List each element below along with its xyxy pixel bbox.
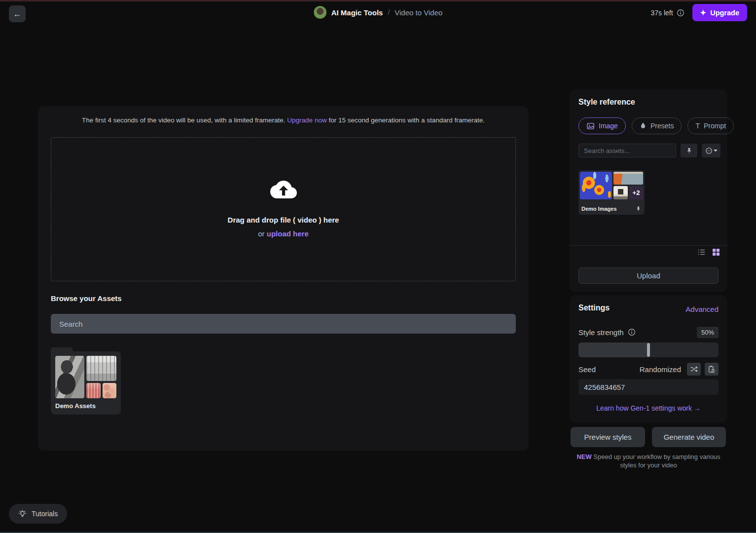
back-arrow-icon: ← [13, 9, 22, 19]
upgrade-label: Upgrade [710, 9, 739, 17]
preview-styles-button[interactable]: Preview styles [571, 427, 645, 447]
learn-settings-link[interactable]: Learn how Gen-1 settings work → [570, 404, 727, 412]
divider [570, 245, 727, 246]
asset-thumbnail [86, 356, 116, 381]
settings-title: Settings [578, 304, 610, 312]
tab-presets[interactable]: Presets [632, 117, 682, 134]
clipboard-icon [708, 366, 715, 373]
header-right: 37s left ✦ Upgrade [650, 4, 747, 21]
droplet-icon [640, 122, 647, 130]
text-icon: T [695, 122, 700, 130]
dropzone-subtitle: or upload here [258, 229, 309, 238]
asset-thumbnail [55, 356, 84, 398]
top-accent-line [0, 0, 756, 1]
seed-input[interactable] [578, 379, 719, 395]
main-panel: The first 4 seconds of the video will be… [38, 106, 529, 451]
shuffle-icon [690, 366, 698, 372]
tab-label: Presets [650, 122, 674, 130]
tutorials-label: Tutorials [32, 510, 58, 518]
folder-label: Demo Images [581, 206, 617, 212]
breadcrumb: AI Magic Tools / Video to Video [314, 5, 443, 19]
style-thumbnail [613, 186, 628, 199]
new-note-text: Speed up your workflow by sampling vario… [592, 453, 720, 469]
sparkle-icon: ✦ [700, 8, 707, 17]
style-thumbnail [613, 172, 643, 185]
cloud-upload-icon [270, 181, 297, 203]
app-root: ← AI Magic Tools / Video to Video 37s le… [0, 0, 756, 533]
asset-thumbnail [103, 383, 116, 398]
style-reference-title: Style reference [578, 98, 635, 107]
credits-label: 37s left [650, 9, 673, 17]
pinned-icon[interactable] [636, 206, 641, 212]
settings-panel: Settings Advanced Style strength 50% See… [570, 295, 727, 422]
seed-row: Seed Randomized [578, 362, 719, 376]
app-title[interactable]: AI Magic Tools [331, 8, 383, 17]
notice-text-after: for 15 second generations with a standar… [327, 116, 485, 124]
tutorials-button[interactable]: Tutorials [9, 504, 67, 524]
notice-text-before: The first 4 seconds of the video will be… [82, 116, 287, 124]
asset-thumbnail [86, 383, 101, 398]
style-strength-slider[interactable] [578, 343, 719, 357]
assets-search-input[interactable] [51, 314, 516, 334]
style-strength-label: Style strength [578, 328, 624, 337]
view-toggles [698, 248, 720, 256]
list-view-icon[interactable] [698, 249, 706, 256]
asset-search-row [578, 144, 720, 157]
or-text: or [258, 229, 267, 238]
tab-prompt[interactable]: T Prompt [687, 117, 734, 134]
slider-fill [578, 343, 648, 357]
credits-remaining: 37s left [650, 9, 684, 17]
advanced-link[interactable]: Advanced [685, 305, 719, 313]
seed-mode-label: Randomized [640, 365, 681, 374]
tab-label: Image [599, 122, 618, 130]
back-button[interactable]: ← [9, 5, 26, 22]
new-badge: NEW [576, 453, 591, 460]
style-strength-value: 50% [697, 327, 719, 338]
slider-handle[interactable] [647, 343, 650, 357]
more-count-badge: +2 [633, 189, 640, 196]
generate-video-button[interactable]: Generate video [652, 427, 726, 447]
breadcrumb-separator: / [388, 8, 390, 16]
grid-view-icon[interactable] [712, 248, 720, 256]
dropzone-title: Drag and drop file ( video ) here [228, 216, 339, 224]
browse-assets-heading: Browse your Assets [51, 294, 122, 303]
tab-label: Prompt [704, 122, 726, 130]
style-reference-tabs: Image Presets T Prompt [578, 117, 734, 134]
upgrade-now-link[interactable]: Upgrade now [287, 116, 326, 124]
arrow-right-icon: → [694, 404, 701, 412]
style-thumbnail [580, 172, 612, 199]
page-title: Video to Video [395, 8, 442, 17]
lightbulb-icon [18, 510, 27, 518]
pin-filter-button[interactable] [681, 144, 697, 157]
framerate-notice: The first 4 seconds of the video will be… [38, 116, 529, 124]
folder-label: Demo Assets [55, 402, 96, 410]
upgrade-button[interactable]: ✦ Upgrade [692, 4, 747, 21]
tab-image[interactable]: Image [578, 117, 626, 134]
media-filter-icon [705, 147, 713, 154]
avatar [314, 6, 326, 19]
pin-icon [686, 147, 692, 154]
style-thumbnail-more: +2 [629, 186, 643, 199]
copy-seed-button[interactable] [705, 363, 719, 376]
style-strength-row: Style strength 50% [578, 326, 719, 339]
demo-assets-folder[interactable]: Demo Assets [51, 351, 121, 415]
info-icon[interactable] [628, 328, 636, 336]
video-dropzone[interactable]: Drag and drop file ( video ) here or upl… [51, 137, 516, 281]
upload-here-link[interactable]: upload here [267, 229, 309, 238]
new-feature-note: NEW Speed up your workflow by sampling v… [574, 453, 723, 469]
demo-images-folder[interactable]: +2 Demo Images [578, 170, 645, 215]
style-upload-button[interactable]: Upload [578, 267, 719, 284]
asset-type-filter-button[interactable] [702, 144, 720, 157]
style-reference-panel: Style reference Image Pres [570, 89, 727, 292]
image-icon [586, 122, 595, 130]
randomize-seed-button[interactable] [687, 363, 701, 376]
style-assets-search-input[interactable] [578, 144, 676, 157]
chevron-down-icon [714, 149, 718, 152]
info-icon[interactable] [677, 9, 684, 17]
seed-label: Seed [578, 365, 596, 374]
